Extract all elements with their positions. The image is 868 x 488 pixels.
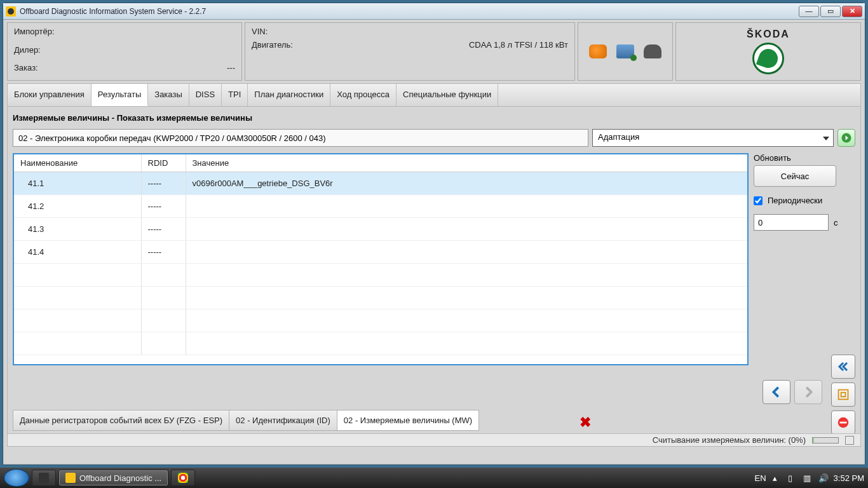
function-combobox[interactable]: Адаптация	[592, 129, 834, 147]
cell-value: v0696r000AM___getriebe_DSG_BV6r	[186, 172, 747, 195]
brand-panel: ŠKODA	[675, 22, 861, 81]
interval-unit: с	[834, 218, 838, 227]
app-body: Импортёр: Дилер: Заказ:--- VIN: Двигател…	[4, 20, 864, 463]
interval-input[interactable]	[754, 214, 829, 231]
tab-tpi[interactable]: TPI	[222, 84, 248, 106]
collapse-button[interactable]	[831, 355, 855, 379]
tray-lang[interactable]: EN	[755, 473, 766, 483]
cell-rdid: -----	[141, 195, 186, 218]
taskbar-item-chrome[interactable]	[171, 470, 195, 486]
tray-up-icon[interactable]: ▴	[773, 473, 782, 482]
svg-rect-4	[840, 422, 847, 424]
key-icon[interactable]	[644, 44, 661, 58]
cancel-icon	[836, 416, 850, 430]
table-row[interactable]: 41.1-----v0696r000AM___getriebe_DSG_BV6r	[14, 172, 747, 195]
cell-value	[186, 218, 747, 241]
computer-icon[interactable]	[616, 44, 634, 58]
table-row[interactable]	[14, 309, 747, 332]
taskbar-item-odis[interactable]: Offboard Diagnostic ...	[58, 470, 168, 486]
order-label: Заказ:	[14, 63, 38, 72]
car-icon[interactable]	[589, 44, 607, 58]
taskbar-item-unknown[interactable]	[32, 470, 56, 486]
nav-next-button[interactable]	[794, 380, 822, 404]
cell-name: 41.3	[14, 218, 141, 241]
window-title: Offboard Diagnostic Information System S…	[20, 7, 799, 16]
brand-text: ŠKODA	[747, 29, 790, 40]
importer-label: Импортёр:	[14, 27, 55, 36]
btab-identification[interactable]: 02 - Идентификация (ID)	[229, 410, 337, 431]
arrow-right-circle-icon	[841, 132, 852, 144]
cell-value	[186, 241, 747, 264]
section-title: Измеряемые величины - Показать измеряемы…	[13, 113, 855, 123]
tab-orders[interactable]: Заказы	[148, 84, 189, 106]
close-button[interactable]: ✕	[842, 6, 862, 17]
refresh-label: Обновить	[754, 153, 855, 163]
tray-clock: 3:52 PM	[834, 473, 864, 483]
maximize-button[interactable]: ▭	[820, 6, 841, 17]
tab-process[interactable]: Ход процесса	[330, 84, 397, 106]
content-area: Измеряемые величины - Показать измеряемы…	[7, 106, 861, 447]
fullscreen-button[interactable]	[831, 383, 855, 407]
chrome-icon	[178, 473, 188, 483]
main-tabstrip: Блоки управления Результаты Заказы DISS …	[7, 83, 861, 106]
cube-icon	[39, 473, 49, 483]
bottom-tabstrip: Данные регистраторов событий всех БУ (FZ…	[13, 410, 478, 431]
tab-diss[interactable]: DISS	[189, 84, 222, 106]
battery-icon[interactable]: ▯	[788, 473, 797, 482]
app-window: Offboard Diagnostic Information System S…	[3, 3, 865, 465]
progress-bar	[812, 437, 839, 444]
cell-rdid: -----	[141, 241, 186, 264]
table-row[interactable]	[14, 287, 747, 309]
tab-results[interactable]: Результаты	[92, 84, 148, 106]
log-icon[interactable]	[845, 436, 854, 445]
windows-taskbar[interactable]: Offboard Diagnostic ... EN ▴ ▯ ▥ 🔊 3:52 …	[0, 468, 868, 488]
double-chevron-left-icon	[836, 361, 850, 372]
order-value: ---	[227, 63, 235, 72]
dealer-label: Дилер:	[14, 45, 41, 55]
btab-fzg-esp[interactable]: Данные регистраторов событий всех БУ (FZ…	[13, 410, 229, 431]
network-icon[interactable]: ▥	[803, 473, 812, 482]
nav-prev-button[interactable]	[763, 380, 790, 404]
skoda-logo-icon	[752, 43, 784, 74]
chevron-left-icon	[770, 385, 783, 399]
svg-rect-2	[841, 393, 846, 397]
table-row[interactable]: 41.4-----	[14, 241, 747, 264]
tab-diagnostic-plan[interactable]: План диагностики	[248, 84, 330, 106]
table-row[interactable]: 41.2-----	[14, 195, 747, 218]
vehicle-panel: VIN: Двигатель:CDAA 1,8 л TFSI / 118 кВт	[245, 22, 575, 81]
col-value-header[interactable]: Значение	[186, 154, 747, 172]
col-name-header[interactable]: Наименование	[14, 154, 141, 172]
go-button[interactable]	[837, 129, 855, 147]
cell-name: 41.1	[14, 172, 141, 195]
table-row[interactable]: 41.3-----	[14, 218, 747, 241]
titlebar[interactable]: Offboard Diagnostic Information System S…	[3, 3, 865, 20]
minimize-button[interactable]: —	[799, 6, 819, 17]
cell-value	[186, 195, 747, 218]
close-tab-button[interactable]: ✖	[580, 414, 591, 431]
ecu-selector-text: 02 - Электроника коробки передач (KWP200…	[13, 129, 588, 147]
table-row[interactable]	[14, 332, 747, 355]
system-tray[interactable]: EN ▴ ▯ ▥ 🔊 3:52 PM	[755, 473, 864, 483]
col-rdid-header[interactable]: RDID	[141, 154, 186, 172]
cell-name: 41.2	[14, 195, 141, 218]
table-row[interactable]	[14, 264, 747, 287]
periodic-checkbox[interactable]	[754, 196, 763, 205]
values-table: Наименование RDID Значение 41.1-----v069…	[14, 154, 747, 355]
start-button[interactable]	[4, 469, 29, 487]
vin-label: VIN:	[252, 27, 268, 36]
values-table-container: Наименование RDID Значение 41.1-----v069…	[13, 153, 749, 365]
chevron-right-icon	[801, 385, 815, 399]
status-text: Считывание измеряемых величин: (0%)	[653, 435, 806, 445]
cell-rdid: -----	[141, 218, 186, 241]
refresh-now-button[interactable]: Сейчас	[754, 165, 836, 187]
cell-rdid: -----	[141, 172, 186, 195]
cancel-button[interactable]	[831, 410, 855, 435]
statusbar: Считывание измеряемых величин: (0%)	[8, 433, 860, 446]
volume-icon[interactable]: 🔊	[818, 473, 827, 482]
engine-value: CDAA 1,8 л TFSI / 118 кВт	[469, 40, 568, 50]
tab-special[interactable]: Специальные функции	[397, 84, 498, 106]
tab-blocks[interactable]: Блоки управления	[8, 84, 92, 106]
btab-measured-values[interactable]: 02 - Измеряемые величины (MW)	[337, 410, 479, 431]
app-icon	[65, 473, 76, 483]
fullscreen-icon	[837, 388, 850, 401]
